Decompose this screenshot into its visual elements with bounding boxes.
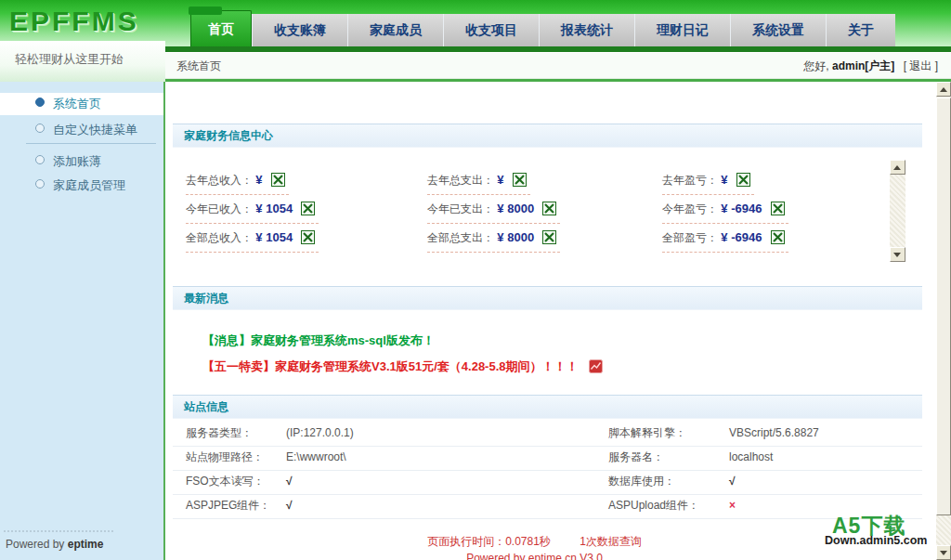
check-icon: √ — [286, 494, 293, 517]
main-nav: 首页 收支账簿 家庭成员 收支项目 报表统计 理财日记 系统设置 关于 — [190, 11, 895, 46]
sidebar-item-system-home[interactable]: 系统首页 — [0, 93, 163, 115]
excel-export-icon[interactable] — [542, 230, 556, 250]
username: admin[户主] — [832, 59, 894, 72]
site-info-row: 服务器类型： (IP:127.0.0.1) 脚本解释引擎： VBScript/5… — [173, 422, 922, 447]
finance-cell-thisyear-expense: 今年已支出： ¥ 8000 — [427, 200, 560, 224]
bullet-icon — [35, 155, 45, 164]
sidebar-item-label: 家庭成员管理 — [53, 178, 125, 192]
finance-label: 全部总收入： — [186, 231, 253, 244]
sidebar-footer-divider — [4, 530, 113, 532]
excel-export-icon[interactable] — [542, 202, 556, 221]
site-info-row: FSO文本读写： √ 数据库使用： √ — [173, 470, 922, 495]
epffms-app: EPFFMS 轻松理财从这里开始 首页 收支账簿 家庭成员 收支项目 报表统计 … — [0, 0, 951, 560]
app-logo[interactable]: EPFFMS — [9, 6, 165, 39]
scroll-thumb[interactable] — [936, 98, 951, 515]
tab-home[interactable]: 首页 — [190, 10, 252, 46]
query-count: 1次数据查询 — [580, 535, 642, 548]
site-label: 脚本解释引擎： — [608, 422, 686, 445]
news-item-promotion[interactable]: 【五一特卖】家庭财务管理系统V3.1版51元/套（4.28-5.8期间）！！！ — [202, 357, 603, 377]
site-label: ASPJPEG组件： — [186, 494, 270, 517]
sidebar: 系统首页 自定义快捷菜单 添加账薄 家庭成员管理 Powered by epti… — [0, 82, 165, 560]
finance-label: 今年盈亏： — [662, 202, 718, 215]
site-value: (IP:127.0.0.1) — [286, 422, 354, 445]
site-value: VBScript/5.6.8827 — [729, 422, 819, 445]
finance-label: 全部总支出： — [427, 231, 494, 244]
tab-account-books[interactable]: 收支账簿 — [252, 14, 347, 46]
site-label: 数据库使用： — [608, 470, 675, 493]
site-label: 服务器名： — [608, 446, 664, 469]
excel-export-icon[interactable] — [301, 202, 315, 221]
logout-link[interactable]: [ 退出 ] — [904, 59, 938, 72]
finance-cell-total-expense: 全部总支出： ¥ 8000 — [427, 228, 560, 253]
finance-cell-total-income: 全部总收入： ¥ 1054 — [186, 228, 319, 253]
footer-exec-info: 页面执行时间：0.0781秒 1次数据查询 — [165, 534, 904, 550]
section-header-news: 最新消息 — [173, 286, 922, 310]
greeting-text: 您好, — [803, 59, 828, 72]
finance-cell-lastyear-balance: 去年盈亏： ¥ — [662, 171, 754, 195]
bullet-filled-icon — [35, 98, 45, 107]
section-header-finance: 家庭财务信息中心 — [173, 124, 922, 148]
finance-label: 全部盈亏： — [662, 231, 718, 244]
excel-export-icon[interactable] — [736, 173, 750, 192]
user-greeting: 您好, admin[户主] [ 退出 ] — [803, 53, 938, 79]
finance-panel-scrollbar — [890, 160, 905, 262]
main-content: 家庭财务信息中心 去年总收入： ¥ 去年总支出： ¥ 去年盈亏： ¥ 今年已收入… — [165, 82, 936, 560]
page-scrollbar — [936, 82, 951, 560]
finance-label: 去年总支出： — [427, 174, 494, 187]
footer-powered: Powered by eptime.cn V3.0 — [165, 552, 904, 560]
sidebar-item-family-member-management[interactable]: 家庭成员管理 — [0, 175, 163, 197]
scroll-up-button[interactable] — [936, 82, 951, 97]
tab-finance-diary[interactable]: 理财日记 — [634, 14, 730, 46]
tab-income-expense-items[interactable]: 收支项目 — [443, 14, 539, 46]
tab-system-settings[interactable]: 系统设置 — [730, 14, 826, 46]
sidebar-item-custom-quick-menu[interactable]: 自定义快捷菜单 — [0, 119, 163, 141]
sidebar-item-add-account-book[interactable]: 添加账薄 — [0, 150, 163, 173]
site-label: FSO文本读写： — [186, 470, 265, 493]
watermark-url: Down.admin5.com — [825, 531, 947, 550]
bullet-icon — [35, 179, 45, 189]
site-info-row: 站点物理路径： E:\wwwroot\ 服务器名： localhost — [173, 446, 922, 471]
scroll-track[interactable] — [890, 175, 905, 247]
finance-cell-lastyear-expense: 去年总支出： ¥ — [427, 171, 530, 195]
finance-cell-thisyear-balance: 今年盈亏： ¥ -6946 — [662, 200, 788, 224]
check-icon: √ — [729, 470, 736, 493]
sidebar-item-label: 自定义快捷菜单 — [53, 123, 137, 137]
scroll-down-button[interactable] — [890, 247, 905, 262]
breadcrumb-bar: 系统首页 您好, admin[户主] [ 退出 ] — [165, 52, 951, 79]
scroll-up-button[interactable] — [890, 160, 905, 175]
check-icon: √ — [286, 470, 293, 493]
finance-label: 今年已收入： — [186, 202, 253, 215]
hot-new-icon — [589, 359, 603, 380]
site-label: ASPUpload组件： — [608, 494, 699, 517]
finance-cell-total-balance: 全部盈亏： ¥ -6946 — [662, 228, 788, 253]
excel-export-icon[interactable] — [771, 230, 785, 250]
section-header-site-info: 站点信息 — [173, 395, 922, 419]
site-label: 服务器类型： — [186, 422, 253, 445]
powered-by: Powered by eptime — [6, 538, 103, 551]
site-value: E:\wwwroot\ — [286, 446, 346, 469]
app-tagline: 轻松理财从这里开始 — [0, 41, 165, 82]
sidebar-item-label: 系统首页 — [53, 97, 101, 111]
excel-export-icon[interactable] — [771, 202, 785, 221]
finance-label: 去年总收入： — [186, 174, 253, 187]
excel-export-icon[interactable] — [513, 173, 527, 192]
site-value: localhost — [729, 446, 773, 469]
news-item-release[interactable]: 【消息】家庭财务管理系统ms-sql版发布！ — [202, 331, 435, 351]
site-label: 站点物理路径： — [186, 446, 264, 469]
tab-report-statistics[interactable]: 报表统计 — [539, 14, 634, 46]
cross-icon: × — [729, 494, 736, 517]
exec-time: 页面执行时间：0.0781秒 — [427, 535, 551, 548]
finance-label: 今年已支出： — [427, 202, 494, 215]
tab-family-members[interactable]: 家庭成员 — [347, 14, 443, 46]
watermark: A5下载 Down.admin5.com — [825, 516, 947, 550]
finance-cell-thisyear-income: 今年已收入： ¥ 1054 — [186, 200, 319, 224]
finance-cell-lastyear-income: 去年总收入： ¥ — [186, 171, 289, 195]
tab-about[interactable]: 关于 — [826, 14, 895, 46]
excel-export-icon[interactable] — [301, 230, 315, 250]
sidebar-divider — [26, 143, 156, 144]
breadcrumb-current: 系统首页 — [176, 53, 221, 79]
bullet-icon — [35, 124, 45, 133]
excel-export-icon[interactable] — [271, 173, 285, 192]
site-info-row: ASPJPEG组件： √ ASPUpload组件： × — [173, 494, 922, 519]
finance-label: 去年盈亏： — [662, 174, 718, 187]
